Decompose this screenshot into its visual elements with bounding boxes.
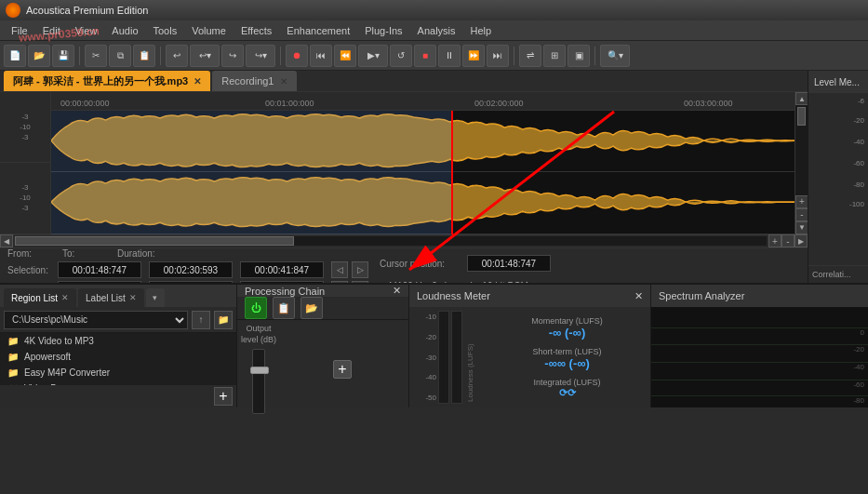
redo-button[interactable]: ↪: [221, 45, 244, 67]
scroll-up[interactable]: ▲: [795, 92, 808, 105]
region-toolbar: C:\Users\pc\Music ↑ 📁: [0, 307, 236, 333]
prev-button[interactable]: ⏮: [310, 45, 332, 67]
folder-up-btn[interactable]: ↑: [192, 311, 210, 329]
track-label-top: -3 -10 -3: [0, 92, 50, 163]
level-scale-minus6: -6: [812, 97, 864, 105]
menu-edit[interactable]: Edit: [35, 20, 68, 41]
loudness-header: Loudness Meter ✕: [409, 285, 650, 307]
folder-select[interactable]: C:\Users\pc\Music: [4, 311, 188, 329]
duration-input[interactable]: [240, 261, 324, 278]
zoom-out-h[interactable]: -: [781, 234, 795, 247]
pause-button[interactable]: ⏸: [438, 45, 461, 67]
ruler-mark-0: 00:00:00:000: [60, 99, 110, 108]
menu-audio[interactable]: Audio: [104, 20, 145, 41]
view-prev-btn[interactable]: ◁: [331, 281, 348, 283]
scroll-right[interactable]: ▶: [795, 234, 808, 247]
selection-label: From:: [7, 248, 59, 259]
cursor-input[interactable]: [467, 255, 551, 272]
loop-button[interactable]: ⇌: [519, 45, 541, 67]
scroll-down[interactable]: ▼: [795, 221, 808, 234]
view-dur-input[interactable]: [240, 281, 324, 283]
zoom-button[interactable]: 🔍▾: [600, 45, 630, 67]
mixdown-button[interactable]: ⊞: [543, 45, 566, 67]
proc-load-btn[interactable]: 📋: [273, 297, 295, 319]
h-scroll-thumb[interactable]: [15, 236, 294, 246]
scroll-track[interactable]: [795, 105, 808, 195]
add-region-btn[interactable]: +: [214, 387, 233, 406]
editor-scrollbar[interactable]: ▲ + - ▼: [795, 92, 808, 234]
view-next-btn[interactable]: ▷: [352, 281, 368, 283]
proc-save-btn[interactable]: 📂: [300, 297, 323, 319]
tab-bar: 阿肆 - 郭采洁 - 世界上的另一个我.mp3 ✕ Recording1 ✕: [0, 71, 808, 91]
view-from-input[interactable]: [58, 281, 141, 283]
rewind-button[interactable]: ⏪: [334, 45, 356, 67]
spectrum-line-40: -40: [651, 362, 868, 363]
tab-recording1[interactable]: Recording1 ✕: [212, 71, 296, 91]
output-level-slider[interactable]: [252, 349, 265, 414]
tab-file1[interactable]: 阿肆 - 郭采洁 - 世界上的另一个我.mp3 ✕: [4, 71, 210, 91]
copy-button[interactable]: ⧉: [109, 45, 131, 67]
return-button[interactable]: ↺: [390, 45, 412, 67]
zoom-in-v[interactable]: +: [795, 195, 808, 208]
tab-recording1-close[interactable]: ✕: [280, 76, 287, 87]
zoom-in-h[interactable]: +: [768, 234, 781, 247]
duration-label: Duration:: [117, 248, 168, 259]
scroll-thumb[interactable]: [797, 107, 806, 126]
next-button[interactable]: ⏭: [487, 45, 509, 67]
menu-plugins[interactable]: Plug-Ins: [357, 20, 409, 41]
region-item-2[interactable]: 📁 Apowersoft: [0, 349, 236, 365]
h-scroll-track[interactable]: [15, 236, 767, 246]
folder-browse-btn[interactable]: 📁: [214, 311, 233, 329]
menu-enhancement[interactable]: Enhancement: [279, 20, 357, 41]
sel-next-btn[interactable]: ▷: [352, 261, 368, 278]
region-item-3[interactable]: 📁 Easy M4P Converter: [0, 365, 236, 381]
redo-dropdown[interactable]: ↪▾: [246, 45, 275, 67]
menu-analysis[interactable]: Analysis: [410, 20, 463, 41]
stop-button[interactable]: ■: [414, 45, 436, 67]
paste-button[interactable]: 📋: [133, 45, 155, 67]
undo-button[interactable]: ↩: [166, 45, 188, 67]
proc-power-btn[interactable]: ⏻: [245, 297, 267, 319]
new-button[interactable]: 📄: [4, 45, 26, 67]
region-list-tab[interactable]: Region List ✕: [4, 288, 76, 307]
label-list-tab[interactable]: Label List ✕: [78, 288, 144, 307]
open-button[interactable]: 📂: [28, 45, 50, 67]
spectrum-header: Spectrum Analyzer: [651, 285, 868, 307]
loudness-close[interactable]: ✕: [634, 290, 643, 302]
menu-volume[interactable]: Volume: [184, 20, 234, 41]
record-button[interactable]: ⏺: [286, 45, 308, 67]
title-text: Acoustica Premium Edition: [26, 5, 148, 16]
menu-view[interactable]: View: [68, 20, 105, 41]
cursor-label: Cursor position:: [380, 259, 463, 269]
region-item-1[interactable]: 📁 4K Video to MP3: [0, 333, 236, 349]
fwd-button[interactable]: ⏩: [462, 45, 485, 67]
processing-close[interactable]: ✕: [393, 285, 401, 297]
waveform-playhead: [451, 111, 453, 234]
zoom-out-v[interactable]: -: [795, 208, 808, 221]
h-scrollbar[interactable]: ◀ + - ▶: [0, 234, 808, 247]
undo-dropdown[interactable]: ↩▾: [190, 45, 220, 67]
track-labels: -3 -10 -3 -3 -10 -3: [0, 92, 51, 234]
output-slider-thumb[interactable]: [250, 367, 269, 374]
panel-tab-dropdown[interactable]: ▾: [146, 288, 165, 307]
play-button[interactable]: ▶▾: [358, 45, 388, 67]
folder-icon-2: 📁: [7, 352, 19, 362]
menu-tools[interactable]: Tools: [146, 20, 185, 41]
save-button[interactable]: 💾: [52, 45, 74, 67]
scroll-left[interactable]: ◀: [0, 234, 13, 247]
waveform-container[interactable]: 00:00:00:000 00:01:00:000 00:02:00:000 0…: [51, 92, 795, 234]
add-effect-btn[interactable]: +: [333, 360, 352, 379]
menu-help[interactable]: Help: [463, 20, 500, 41]
menu-file[interactable]: File: [4, 20, 35, 41]
region-tab-close[interactable]: ✕: [61, 293, 69, 302]
processing-panel: Processing Chain ✕ ⏻ 📋 📂 Outputlevel (dB…: [237, 285, 409, 407]
menu-effects[interactable]: Effects: [234, 20, 279, 41]
label-tab-close[interactable]: ✕: [129, 293, 137, 302]
view-to-input[interactable]: [149, 281, 233, 283]
to-input[interactable]: [149, 261, 233, 278]
cut-button[interactable]: ✂: [85, 45, 107, 67]
fx-button[interactable]: ▣: [568, 45, 590, 67]
sel-prev-btn[interactable]: ◁: [331, 261, 348, 278]
tab-file1-close[interactable]: ✕: [194, 76, 201, 87]
from-input[interactable]: [58, 261, 141, 278]
